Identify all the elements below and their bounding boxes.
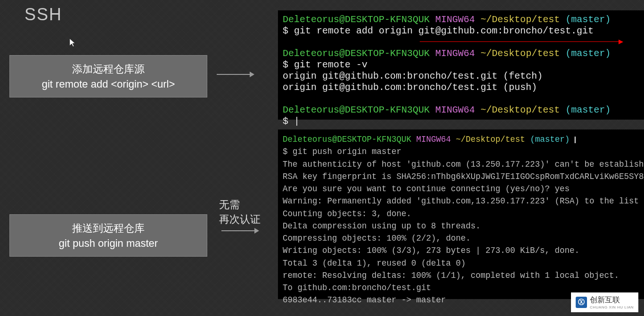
arrow-annotation-line2: 再次认证 (219, 212, 261, 227)
terminal-output: Writing objects: 100% (3/3), 273 bytes |… (283, 244, 639, 257)
terminal-command: $ git remote add origin git@github.com:b… (283, 25, 639, 37)
terminal-output: origin git@github.com:broncho/test.git (… (283, 82, 639, 93)
terminal-output: Are you sure you want to continue connec… (283, 183, 639, 195)
add-remote-title: 添加远程仓库源 (19, 62, 197, 76)
push-infobox: 推送到远程仓库 git push origin master (9, 214, 207, 257)
mouse-cursor-icon (70, 39, 76, 49)
terminal-output: Total 3 (delta 1), reused 0 (delta 0) (283, 257, 639, 269)
terminal-command: $ | (283, 116, 639, 127)
add-remote-command: git remote add <origin> <url> (19, 78, 197, 90)
arrow-icon (221, 226, 259, 235)
terminal-command: $ git push origin master (283, 146, 639, 158)
arrow-annotation: 无需 再次认证 (219, 198, 261, 227)
page-title: SSH (24, 5, 62, 24)
watermark-subtext: CHUANG XIN HU LIAN (590, 305, 634, 309)
terminal-remote-add: Deleteorus@DESKTOP-KFN3QUK MINGW64 ~/Des… (278, 10, 644, 120)
terminal-output: Counting objects: 3, done. (283, 208, 639, 220)
text-cursor-icon: I (574, 135, 577, 146)
arrow-annotation-line1: 无需 (219, 198, 261, 212)
terminal-prompt: Deleteorus@DESKTOP-KFN3QUK MINGW64 ~/Des… (283, 133, 639, 146)
push-title: 推送到远程仓库 (19, 221, 197, 235)
terminal-output: remote: Resolving deltas: 100% (1/1), co… (283, 269, 639, 282)
terminal-output: Delta compression using up to 8 threads. (283, 220, 639, 232)
terminal-push: Deleteorus@DESKTOP-KFN3QUK MINGW64 ~/Des… (278, 130, 644, 299)
terminal-output: The authenticity of host 'github.com (13… (283, 158, 639, 170)
terminal-output: Compressing objects: 100% (2/2), done. (283, 232, 639, 244)
terminal-output: RSA key fingerprint is SHA256:nThbg6kXUp… (283, 170, 639, 183)
watermark-icon: Ⓧ (576, 297, 587, 308)
watermark-text: 创新互联 (590, 295, 634, 305)
terminal-prompt: Deleteorus@DESKTOP-KFN3QUK MINGW64 ~/Des… (283, 105, 639, 116)
add-remote-infobox: 添加远程仓库源 git remote add <origin> <url> (9, 55, 207, 97)
watermark-logo: Ⓧ 创新互联 CHUANG XIN HU LIAN (571, 292, 638, 312)
terminal-command: $ git remote -v (283, 59, 639, 71)
terminal-output: origin git@github.com:broncho/test.git (… (283, 71, 639, 82)
terminal-prompt: Deleteorus@DESKTOP-KFN3QUK MINGW64 ~/Des… (283, 14, 639, 25)
terminal-prompt: Deleteorus@DESKTOP-KFN3QUK MINGW64 ~/Des… (283, 48, 639, 59)
terminal-output: Warning: Permanently added 'github.com,1… (283, 195, 639, 207)
push-command: git push origin master (19, 237, 197, 250)
red-underline-arrow-icon (420, 41, 622, 42)
arrow-icon (217, 70, 254, 78)
